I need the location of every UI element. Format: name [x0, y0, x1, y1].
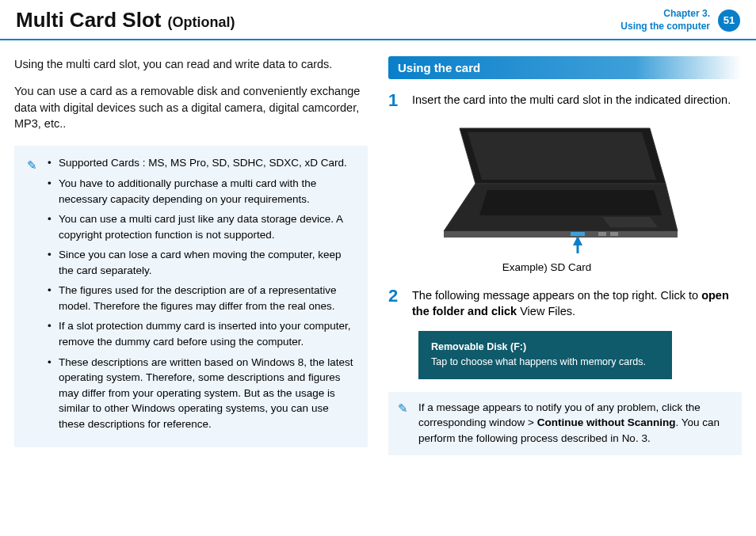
note-2-bold: Continue without Scanning [537, 416, 676, 428]
list-item: If a slot protection dummy card is inser… [48, 318, 355, 349]
svg-rect-10 [610, 232, 618, 236]
svg-marker-5 [444, 231, 678, 238]
section-heading: Using the card [388, 56, 742, 79]
page-header: Multi Card Slot (Optional) Chapter 3. Us… [0, 0, 756, 40]
chapter-label: Chapter 3. Using the computer [620, 8, 710, 32]
step-number: 1 [388, 92, 403, 109]
title-block: Multi Card Slot (Optional) [16, 8, 235, 32]
svg-rect-9 [598, 232, 606, 236]
note-2-text: If a message appears to notify you of an… [399, 400, 731, 447]
intro-paragraph-2: You can use a card as a removable disk a… [14, 83, 368, 131]
toast-body: Tap to choose what happens with memory c… [431, 355, 659, 370]
pencil-icon: ✎ [398, 400, 408, 417]
figure-caption: Example) SD Card [412, 261, 682, 273]
page-title: Multi Card Slot [16, 8, 161, 32]
page-number: 51 [724, 14, 735, 26]
step-2: 2 The following message appears on the t… [388, 287, 742, 320]
list-item: Since you can lose a card when moving th… [48, 247, 355, 278]
svg-marker-1 [468, 132, 656, 180]
toast-title: Removable Disk (F:) [431, 340, 659, 355]
content-columns: Using the multi card slot, you can read … [0, 40, 756, 455]
notification-toast: Removable Disk (F:) Tap to choose what h… [418, 331, 672, 379]
list-item: Supported Cards : MS, MS Pro, SD, SDHC, … [48, 155, 355, 171]
step-2-pre: The following message appears on the top… [412, 289, 701, 302]
chapter-line2: Using the computer [620, 21, 710, 33]
note-box-2: ✎ If a message appears to notify you of … [388, 392, 742, 456]
svg-marker-3 [479, 190, 662, 215]
page-subtitle: (Optional) [167, 14, 235, 31]
step-1: 1 Insert the card into the multi card sl… [388, 92, 742, 109]
right-column: Using the card 1 Insert the card into th… [388, 56, 742, 455]
step-number: 2 [388, 287, 403, 320]
svg-marker-4 [602, 217, 658, 227]
laptop-figure [412, 120, 682, 255]
list-item: The figures used for the description are… [48, 283, 355, 314]
step-1-text: Insert the card into the multi card slot… [412, 92, 742, 109]
header-right: Chapter 3. Using the computer 51 [620, 8, 740, 32]
step-2-text: The following message appears on the top… [412, 287, 742, 320]
notes-list: ✎ Supported Cards : MS, MS Pro, SD, SDHC… [27, 155, 355, 431]
laptop-icon [412, 120, 682, 255]
list-item: These descriptions are written based on … [48, 355, 355, 432]
left-column: Using the multi card slot, you can read … [14, 56, 368, 455]
step-2-post: View Files. [517, 305, 575, 317]
intro-paragraph-1: Using the multi card slot, you can read … [14, 56, 368, 72]
notes-box: ✎ Supported Cards : MS, MS Pro, SD, SDHC… [14, 146, 368, 447]
chapter-line1: Chapter 3. [620, 8, 710, 21]
list-item: You have to additionally purchase a mult… [48, 176, 355, 207]
list-item: You can use a multi card just like any d… [48, 211, 355, 242]
page-number-badge: 51 [718, 10, 740, 32]
svg-rect-6 [571, 232, 585, 236]
pencil-icon: ✎ [27, 157, 37, 174]
